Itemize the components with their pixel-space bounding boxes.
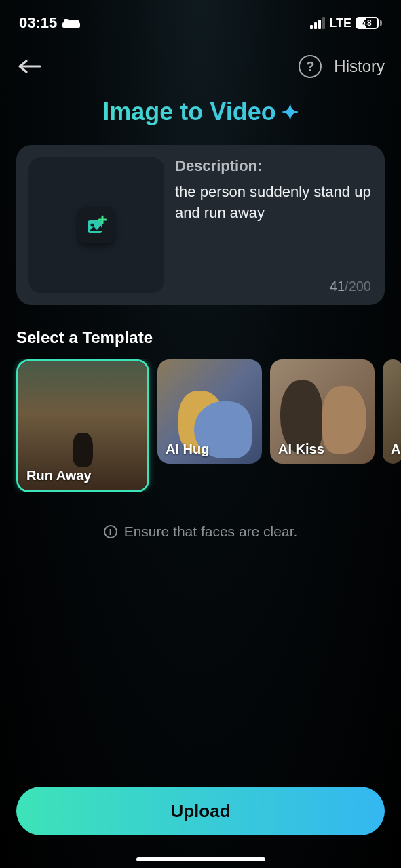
template-partial[interactable]: AI: [383, 359, 401, 464]
hint-text: Ensure that faces are clear.: [124, 524, 298, 540]
svg-point-4: [91, 224, 94, 227]
templates-heading: Select a Template: [16, 328, 385, 347]
info-icon: i: [104, 525, 117, 538]
svg-rect-2: [69, 20, 79, 23]
template-run-away[interactable]: Run Away: [16, 359, 149, 492]
network-label: LTE: [329, 16, 351, 31]
home-indicator[interactable]: [136, 857, 265, 861]
help-button[interactable]: ?: [299, 55, 322, 78]
status-time: 03:15: [19, 14, 57, 32]
sparkle-icon: ✦: [282, 100, 299, 124]
description-card: Description: the person suddenly stand u…: [16, 145, 385, 305]
history-link[interactable]: History: [334, 57, 385, 76]
back-button[interactable]: [16, 53, 43, 80]
upload-button[interactable]: Upload: [16, 787, 385, 835]
add-image-icon: [78, 207, 115, 243]
top-nav: ? History: [0, 37, 401, 87]
template-row[interactable]: Run Away AI Hug AI Kiss AI: [0, 359, 401, 492]
image-upload-slot[interactable]: [28, 157, 164, 293]
svg-rect-0: [62, 22, 80, 28]
status-right: LTE 48: [310, 16, 382, 31]
description-input[interactable]: the person suddenly stand up and run awa…: [175, 182, 373, 224]
description-label: Description:: [175, 157, 373, 175]
char-count: 41/200: [330, 279, 371, 294]
status-bar: 03:15 LTE 48: [0, 0, 401, 37]
template-label: AI Kiss: [278, 441, 324, 457]
page-title: Image to Video ✦: [0, 98, 401, 126]
svg-rect-1: [64, 19, 69, 23]
signal-icon: [310, 17, 325, 29]
battery-icon: 48: [356, 17, 382, 29]
hint-row: i Ensure that faces are clear.: [0, 524, 401, 540]
bed-icon: [62, 17, 80, 29]
template-label: AI Hug: [166, 441, 209, 457]
template-ai-kiss[interactable]: AI Kiss: [270, 359, 375, 464]
template-ai-hug[interactable]: AI Hug: [157, 359, 262, 464]
template-label: Run Away: [26, 468, 92, 484]
status-left: 03:15: [19, 14, 80, 32]
template-label: AI: [391, 441, 401, 457]
